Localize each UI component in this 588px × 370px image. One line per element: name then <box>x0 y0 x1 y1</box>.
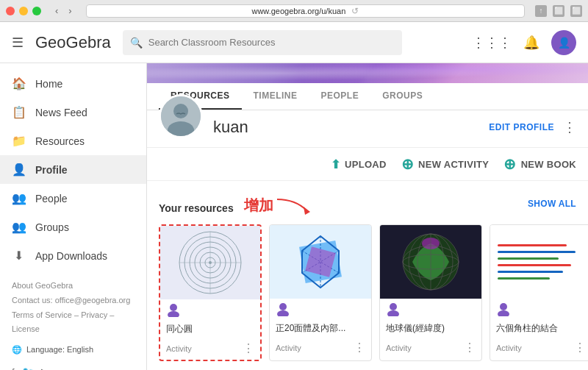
card-hex[interactable]: 六個角柱的結合 Activity ⋮ <box>490 224 588 361</box>
search-input[interactable] <box>148 37 395 48</box>
url-text: www.geogebra.org/u/kuan <box>251 7 345 15</box>
card-title-3d: 正20面體及內部... <box>276 322 365 335</box>
card-thumb-globe <box>380 225 481 299</box>
card-user-row <box>160 299 260 320</box>
resources-title: Your resources <box>159 202 234 214</box>
reload-icon[interactable]: ↺ <box>351 6 359 16</box>
footer-about: About GeoGebra <box>12 279 135 293</box>
show-all-button[interactable]: SHOW ALL <box>528 199 576 209</box>
new-book-button[interactable]: ⊕ NEW BOOK <box>503 155 576 173</box>
card-bottom-hex: Activity ⋮ <box>490 336 588 359</box>
resources-section: Your resources 增加 SHOW ALL <box>147 181 588 370</box>
resources-title-wrap: Your resources 增加 <box>159 190 321 217</box>
upload-icon[interactable]: ↑ <box>535 5 547 17</box>
footer-privacy: Privacy <box>81 310 107 319</box>
more-options-icon[interactable]: ⋮ <box>563 119 576 135</box>
line-blue2 <box>498 271 563 273</box>
youtube-icon[interactable]: ▶ <box>41 363 49 370</box>
sidebar-label-resources: Resources <box>35 135 85 147</box>
forward-button[interactable]: › <box>65 4 75 18</box>
profile-name: kuan <box>213 118 248 137</box>
line-blue <box>498 251 576 253</box>
sidebar-label-people: People <box>35 193 68 204</box>
card-type-hex: Activity <box>496 344 522 352</box>
card-concentric[interactable]: 同心圓 Activity ⋮ <box>159 224 262 361</box>
card-bottom-concentric: Activity ⋮ <box>160 337 260 360</box>
avatar-initial: 👤 <box>558 37 570 49</box>
card-menu-globe[interactable]: ⋮ <box>464 341 476 355</box>
share-icon[interactable]: ⬜ <box>553 5 564 17</box>
user-avatar[interactable]: 👤 <box>551 30 576 55</box>
maximize-button[interactable] <box>32 7 41 15</box>
card-user-row-3d <box>270 299 371 319</box>
footer-license: License <box>12 324 40 333</box>
new-activity-plus-icon: ⊕ <box>401 155 414 173</box>
upload-icon: ⬆ <box>331 157 340 171</box>
browser-nav: ‹ › <box>51 4 76 18</box>
profile-nav: RESOURCES TIMELINE PEOPLE GROUPS <box>147 83 588 110</box>
sidebar-label-newsfeed: News Feed <box>35 107 87 118</box>
profile-banner <box>147 63 588 83</box>
card-globe[interactable]: 地球儀(經緯度) Activity ⋮ <box>379 224 482 361</box>
new-book-label: NEW BOOK <box>521 159 576 170</box>
new-activity-button[interactable]: ⊕ NEW ACTIVITY <box>401 155 490 173</box>
cards-grid: 同心圓 Activity ⋮ <box>159 224 576 361</box>
sidebar-item-resources[interactable]: 📁 Resources <box>0 127 146 155</box>
download-icon: ⬇ <box>12 249 25 263</box>
card-bottom-3d: Activity ⋮ <box>270 336 371 359</box>
grid-icon[interactable]: ⋮⋮⋮ <box>472 35 512 51</box>
close-button[interactable] <box>6 7 15 15</box>
card-3d[interactable]: 正20面體及內部... Activity ⋮ <box>269 224 372 361</box>
groups-icon: 👥 <box>12 220 25 234</box>
back-button[interactable]: ‹ <box>51 4 62 18</box>
app-header: ☰ GeoGebra 🔍 ⋮⋮⋮ 🔔 👤 <box>0 22 588 63</box>
card-thumb-hex <box>490 225 588 299</box>
language-selector[interactable]: 🌐 Language: English <box>12 343 135 357</box>
resources-icon: 📁 <box>12 134 25 148</box>
content-area: RESOURCES TIMELINE PEOPLE GROUPS <box>147 63 588 370</box>
sidebar-label-home: Home <box>35 78 62 90</box>
sidebar-label-profile: Profile <box>35 164 68 176</box>
svg-point-31 <box>390 303 397 310</box>
app-logo: GeoGebra <box>35 33 111 52</box>
card-user-icon <box>166 302 181 317</box>
card-menu-concentric[interactable]: ⋮ <box>243 341 254 355</box>
tab-timeline[interactable]: TIMELINE <box>242 83 309 110</box>
notification-icon[interactable]: 🔔 <box>523 35 539 51</box>
svg-point-14 <box>168 311 179 317</box>
search-bar[interactable]: 🔍 <box>123 30 402 55</box>
newsfeed-icon: 📋 <box>12 105 25 119</box>
hamburger-menu[interactable]: ☰ <box>12 35 24 51</box>
window-icon[interactable]: ⬜ <box>570 5 582 17</box>
minimize-button[interactable] <box>19 7 28 15</box>
footer-links: Terms of Service – Privacy – License <box>12 308 135 338</box>
header-right: ⋮⋮⋮ 🔔 👤 <box>472 30 576 55</box>
logo-text: GeoGebra <box>35 33 111 52</box>
facebook-icon[interactable]: f <box>12 363 15 370</box>
sidebar-label-groups: Groups <box>35 221 69 233</box>
upload-button[interactable]: ⬆ UPLOAD <box>331 157 387 171</box>
twitter-icon[interactable]: 🐦 <box>22 363 34 370</box>
card-menu-hex[interactable]: ⋮ <box>574 341 586 355</box>
concentric-circles-visual <box>177 230 243 296</box>
3d-shape-svg <box>287 229 354 295</box>
svg-point-32 <box>387 310 399 316</box>
tab-people[interactable]: PEOPLE <box>309 83 371 110</box>
edit-profile-button[interactable]: EDIT PROFILE <box>489 122 554 132</box>
card-user-icon-globe <box>386 302 401 316</box>
sidebar-item-groups[interactable]: 👥 Groups <box>0 213 146 241</box>
sidebar-item-profile[interactable]: 👤 Profile <box>0 155 146 184</box>
card-user-icon-hex <box>496 302 511 316</box>
card-type-3d: Activity <box>276 344 301 352</box>
sidebar-item-people[interactable]: 👥 People <box>0 184 146 213</box>
url-bar[interactable]: www.geogebra.org/u/kuan ↺ <box>86 4 525 18</box>
sidebar-item-home[interactable]: 🏠 Home <box>0 69 146 98</box>
search-icon: 🔍 <box>130 37 143 49</box>
svg-point-34 <box>498 310 509 316</box>
tab-groups[interactable]: GROUPS <box>370 83 434 110</box>
card-title-globe: 地球儀(經緯度) <box>386 322 476 335</box>
sidebar-item-newsfeed[interactable]: 📋 News Feed <box>0 98 146 127</box>
card-menu-3d[interactable]: ⋮ <box>354 341 365 355</box>
sidebar-item-appdownloads[interactable]: ⬇ App Downloads <box>0 241 146 270</box>
avatar-svg <box>161 96 201 136</box>
